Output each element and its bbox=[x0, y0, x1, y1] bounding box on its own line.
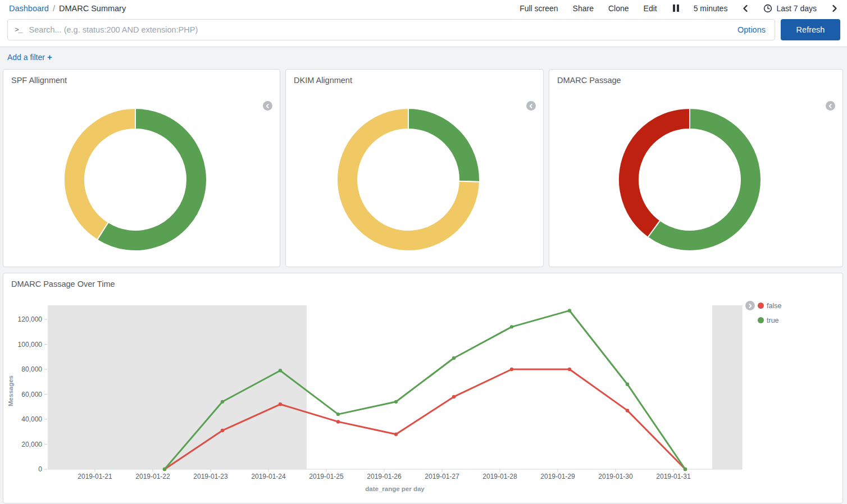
chevron-right-icon bbox=[831, 4, 838, 12]
svg-text:2019-01-29: 2019-01-29 bbox=[540, 473, 575, 480]
search-box: >_ Options bbox=[7, 19, 775, 40]
breadcrumb: Dashboard / DMARC Summary bbox=[9, 4, 126, 13]
chart-legend: false true bbox=[745, 301, 781, 325]
legend-item-false: false bbox=[745, 301, 781, 310]
dashboard-grid: SPF Allignment DKIM Alignment DMARC Pass… bbox=[0, 67, 847, 503]
page-title: DMARC Summary bbox=[59, 4, 126, 13]
legend-label-true[interactable]: true bbox=[767, 317, 779, 324]
spf-donut-chart[interactable] bbox=[57, 102, 213, 258]
refresh-button[interactable]: Refresh bbox=[781, 19, 840, 40]
time-forward-button[interactable] bbox=[831, 4, 838, 12]
panel-spf-alignment: SPF Allignment bbox=[3, 69, 280, 267]
svg-text:2019-01-21: 2019-01-21 bbox=[78, 473, 112, 480]
chevron-left-icon bbox=[742, 4, 749, 12]
breadcrumb-separator: / bbox=[53, 4, 55, 13]
svg-text:2019-01-25: 2019-01-25 bbox=[309, 473, 344, 480]
donut-chart-wrap bbox=[3, 102, 267, 258]
panel-dmarc-passage-over-time: DMARC Passage Over Time 020,00040,00060,… bbox=[3, 273, 843, 503]
search-input[interactable] bbox=[29, 25, 737, 34]
share-button[interactable]: Share bbox=[573, 4, 594, 13]
clone-button[interactable]: Clone bbox=[608, 4, 629, 13]
panel-dmarc-passage: DMARC Passage bbox=[549, 69, 843, 267]
plus-icon: + bbox=[47, 52, 52, 62]
add-filter-label: Add a filter bbox=[7, 53, 45, 62]
refresh-interval-button[interactable]: 5 minutes bbox=[694, 4, 728, 13]
dmarc-donut-chart[interactable] bbox=[612, 102, 768, 258]
chevron-right-icon bbox=[748, 303, 753, 309]
svg-text:2019-01-22: 2019-01-22 bbox=[135, 473, 170, 480]
svg-text:60,000: 60,000 bbox=[21, 391, 42, 398]
filter-bar: Add a filter + bbox=[0, 47, 847, 67]
legend-item-true: true bbox=[745, 315, 781, 325]
svg-text:date_range per day: date_range per day bbox=[365, 485, 425, 492]
add-filter-link[interactable]: Add a filter + bbox=[7, 52, 52, 62]
terminal-prompt-icon: >_ bbox=[15, 26, 22, 34]
donut-chart-wrap bbox=[549, 102, 830, 258]
donut-chart-wrap bbox=[286, 102, 531, 258]
svg-text:2019-01-23: 2019-01-23 bbox=[193, 473, 228, 480]
panel-title: DMARC Passage bbox=[549, 70, 843, 91]
legend-color-dot-false bbox=[758, 303, 764, 309]
panel-title: DKIM Alignment bbox=[286, 70, 543, 91]
pause-icon[interactable] bbox=[673, 4, 679, 12]
panel-dkim-alignment: DKIM Alignment bbox=[285, 69, 544, 267]
dkim-donut-chart[interactable] bbox=[330, 102, 486, 258]
clock-icon bbox=[763, 4, 772, 13]
svg-text:20,000: 20,000 bbox=[21, 441, 42, 448]
search-options-link[interactable]: Options bbox=[737, 25, 766, 34]
svg-text:2019-01-28: 2019-01-28 bbox=[482, 473, 517, 480]
svg-text:0: 0 bbox=[38, 465, 42, 473]
svg-text:120,000: 120,000 bbox=[18, 315, 43, 323]
breadcrumb-dashboard-link[interactable]: Dashboard bbox=[9, 4, 49, 13]
legend-label-false[interactable]: false bbox=[767, 302, 781, 310]
svg-text:Messages: Messages bbox=[7, 375, 14, 406]
time-range-label: Last 7 days bbox=[776, 4, 817, 13]
search-bar-row: >_ Options Refresh bbox=[0, 15, 847, 47]
time-back-button[interactable] bbox=[742, 4, 749, 12]
top-menu: Full screen Share Clone Edit 5 minutes L… bbox=[520, 4, 838, 13]
svg-text:2019-01-24: 2019-01-24 bbox=[251, 473, 286, 480]
svg-text:2019-01-27: 2019-01-27 bbox=[425, 473, 459, 480]
svg-text:2019-01-30: 2019-01-30 bbox=[598, 473, 633, 480]
svg-text:100,000: 100,000 bbox=[18, 341, 43, 349]
legend-toggle-button[interactable] bbox=[745, 301, 755, 310]
panel-title: SPF Allignment bbox=[3, 70, 280, 91]
svg-text:2019-01-31: 2019-01-31 bbox=[656, 473, 691, 480]
svg-text:2019-01-26: 2019-01-26 bbox=[367, 473, 402, 480]
svg-text:80,000: 80,000 bbox=[21, 365, 42, 373]
full-screen-button[interactable]: Full screen bbox=[520, 4, 558, 13]
dmarc-passage-line-chart[interactable]: 020,00040,00060,00080,000100,000120,0002… bbox=[3, 273, 843, 501]
time-range-picker[interactable]: Last 7 days bbox=[763, 4, 817, 13]
svg-text:40,000: 40,000 bbox=[21, 415, 42, 423]
top-navigation-bar: Dashboard / DMARC Summary Full screen Sh… bbox=[0, 0, 847, 15]
edit-button[interactable]: Edit bbox=[644, 4, 657, 13]
legend-color-dot-true bbox=[758, 317, 764, 323]
